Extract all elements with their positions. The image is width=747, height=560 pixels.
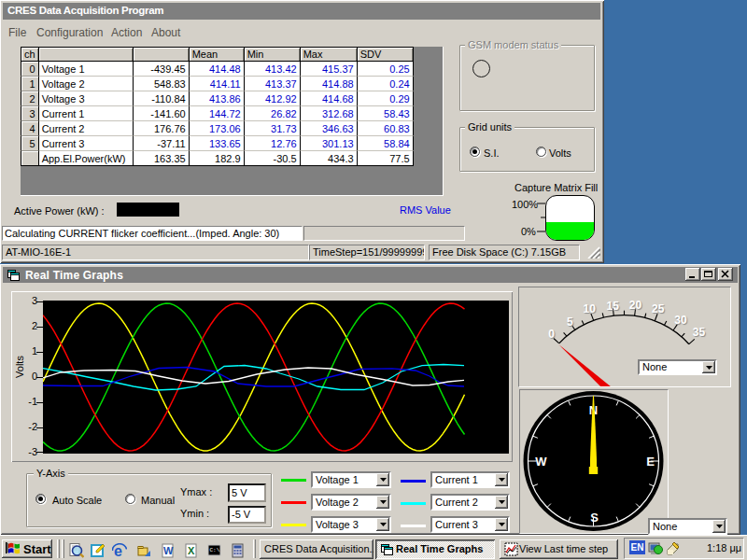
- svg-text:35: 35: [693, 326, 706, 339]
- svg-text:5: 5: [567, 315, 573, 329]
- svg-text:30: 30: [674, 314, 687, 327]
- svg-text:20: 20: [629, 299, 642, 312]
- svg-text:15: 15: [607, 300, 620, 313]
- svg-text:S: S: [590, 511, 599, 525]
- svg-text:0: 0: [548, 328, 555, 341]
- svg-text:10: 10: [584, 302, 597, 315]
- svg-text:W: W: [535, 455, 547, 469]
- svg-text:25: 25: [652, 302, 665, 315]
- svg-text:E: E: [646, 455, 655, 469]
- svg-text:X: X: [188, 545, 195, 556]
- svg-text:W: W: [163, 545, 174, 556]
- svg-text:C:\: C:\: [210, 547, 220, 553]
